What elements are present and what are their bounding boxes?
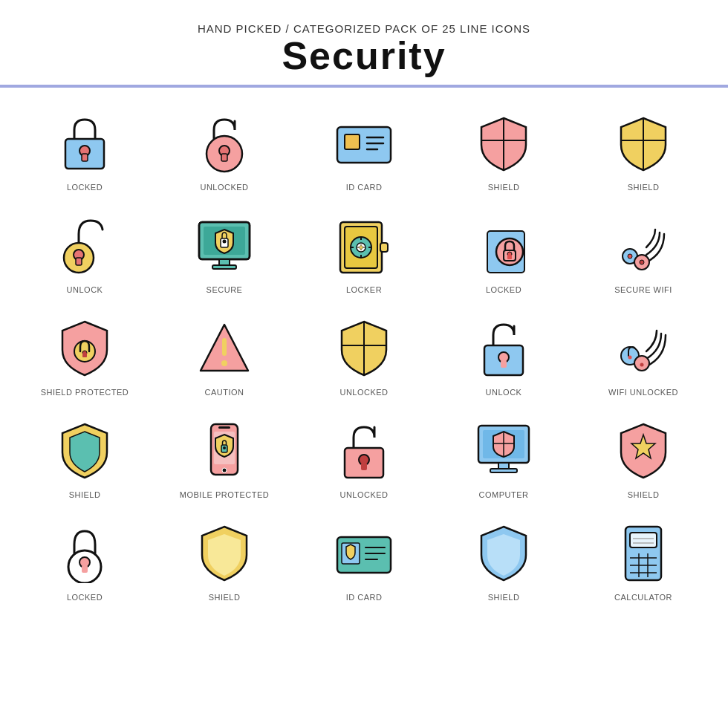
unlock-1-icon	[51, 212, 118, 279]
shield-red-label: SHIELD	[488, 183, 520, 192]
icon-cell-mobile-protected: MOBILE PROTECTED	[155, 410, 294, 505]
shield-blue-label: SHIELD	[488, 593, 520, 602]
unlock-1-label: UNLOCK	[67, 285, 103, 294]
icon-cell-unlock-2: UNLOCK	[434, 308, 573, 403]
calculator-icon	[610, 520, 677, 587]
icon-cell-locked-3: LOCKED	[15, 513, 155, 608]
page-header: HAND PICKED / CATEGORIZED PACK OF 25 LIN…	[0, 0, 728, 85]
shield-teal-icon	[51, 417, 118, 484]
icon-cell-shield-red: SHIELD	[434, 103, 573, 198]
icon-cell-unlocked-shield: UNLOCKED	[294, 308, 434, 403]
wifi-unlocked-label: WIFI UNLOCKED	[608, 388, 678, 397]
svg-rect-76	[82, 565, 88, 573]
svg-rect-33	[380, 243, 388, 252]
icon-cell-unlocked-2: UNLOCKED	[294, 410, 434, 505]
unlock-2-icon	[470, 315, 537, 382]
icon-cell-locked-2: LOCKED	[434, 205, 573, 300]
locker-icon	[331, 212, 397, 279]
svg-rect-7	[345, 134, 360, 149]
svg-point-42	[640, 260, 644, 264]
icon-cell-shield-protected: SHIELD PROTECTED	[15, 308, 155, 403]
icon-cell-caution: CAUTION	[155, 308, 294, 403]
secure-label: SECURE	[207, 285, 243, 294]
locked-2-label: LOCKED	[486, 285, 521, 294]
icon-cell-computer: COMPUTER	[434, 410, 573, 505]
caution-icon	[191, 315, 258, 382]
svg-rect-2	[82, 154, 88, 161]
svg-point-48	[221, 360, 227, 366]
unlocked-shield-icon	[331, 315, 397, 382]
shield-teal-label: SHIELD	[69, 490, 101, 499]
secure-wifi-label: SECURE WIFI	[614, 285, 672, 294]
svg-point-61	[222, 468, 227, 472]
svg-rect-83	[630, 533, 657, 547]
unlock-2-label: UNLOCK	[486, 388, 522, 397]
unlocked-1-label: UNLOCKED	[200, 183, 248, 192]
svg-rect-66	[361, 463, 367, 470]
icon-cell-shield-yellow: SHIELD	[573, 103, 713, 198]
shield-protected-icon	[51, 315, 118, 382]
icon-cell-shield-star: SHIELD	[573, 410, 713, 505]
icon-cell-locked-1: LOCKED	[15, 103, 155, 198]
icon-cell-id-card-2: ID CARD	[294, 513, 434, 608]
shield-star-icon	[610, 417, 677, 484]
svg-rect-38	[507, 255, 512, 259]
header-divider	[0, 85, 728, 88]
calculator-label: CALCULATOR	[614, 593, 672, 602]
shield-plain-icon	[191, 520, 258, 587]
icon-cell-unlock-1: UNLOCK	[15, 205, 155, 300]
svg-rect-53	[501, 360, 507, 368]
locked-1-icon	[51, 110, 118, 177]
icon-cell-unlocked-1: UNLOCKED	[155, 103, 294, 198]
svg-point-56	[628, 356, 632, 360]
id-card-2-label: ID CARD	[346, 593, 383, 602]
svg-rect-60	[218, 426, 230, 429]
icon-cell-locker: LOCKER	[294, 205, 434, 300]
id-card-1-icon	[331, 110, 397, 177]
unlocked-2-icon	[331, 417, 397, 484]
shield-yellow-icon	[610, 110, 677, 177]
icon-cell-shield-blue: SHIELD	[434, 513, 573, 608]
icon-cell-secure: SECURE	[155, 205, 294, 300]
locked-2-icon	[470, 212, 537, 279]
svg-rect-69	[498, 463, 509, 469]
shield-star-label: SHIELD	[628, 490, 660, 499]
svg-rect-45	[82, 353, 87, 357]
svg-rect-47	[222, 338, 227, 356]
locked-1-label: LOCKED	[67, 183, 103, 192]
shield-protected-label: SHIELD PROTECTED	[41, 388, 129, 397]
svg-rect-70	[490, 469, 517, 472]
mobile-protected-label: MOBILE PROTECTED	[180, 490, 269, 499]
unlocked-2-label: UNLOCKED	[339, 490, 388, 499]
svg-rect-5	[221, 154, 227, 161]
svg-rect-22	[212, 265, 236, 269]
icon-cell-wifi-unlocked: WIFI UNLOCKED	[573, 308, 713, 403]
locker-label: LOCKER	[346, 285, 382, 294]
shield-plain-label: SHIELD	[209, 593, 241, 602]
icon-cell-secure-wifi: SECURE WIFI	[573, 205, 713, 300]
svg-point-63	[223, 446, 226, 449]
locked-3-label: LOCKED	[67, 593, 103, 602]
locked-3-icon	[51, 520, 118, 587]
icon-cell-shield-plain: SHIELD	[155, 513, 294, 608]
svg-point-57	[640, 363, 644, 367]
shield-blue-icon	[470, 520, 537, 587]
svg-rect-21	[219, 259, 230, 265]
header-subtitle: HAND PICKED / CATEGORIZED PACK OF 25 LIN…	[0, 22, 728, 35]
id-card-2-icon	[331, 520, 397, 587]
shield-red-icon	[470, 110, 537, 177]
shield-yellow-label: SHIELD	[628, 183, 660, 192]
unlocked-shield-label: UNLOCKED	[339, 388, 388, 397]
icon-cell-id-card-1: ID CARD	[294, 103, 434, 198]
secure-icon	[191, 212, 258, 279]
svg-point-24	[223, 240, 227, 244]
header-title: Security	[0, 35, 728, 77]
computer-icon	[470, 417, 537, 484]
icon-cell-shield-teal: SHIELD	[15, 410, 155, 505]
computer-label: COMPUTER	[479, 490, 529, 499]
secure-wifi-icon	[610, 212, 677, 279]
icons-grid: LOCKED UNLOCKED	[15, 95, 713, 615]
wifi-unlocked-icon	[610, 315, 677, 382]
caution-label: CAUTION	[205, 388, 244, 397]
mobile-protected-icon	[191, 417, 258, 484]
